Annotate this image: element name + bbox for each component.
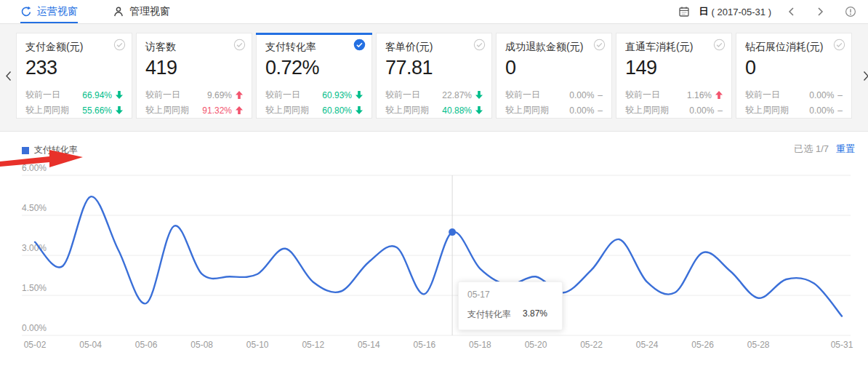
delta-label: 较前一日	[385, 89, 442, 101]
delta-label: 较前一日	[625, 89, 687, 101]
delta-row: 较前一日 66.94%	[25, 87, 123, 103]
delta-value: 60.80%	[322, 105, 352, 116]
metric-check-icon[interactable]	[713, 39, 726, 51]
metric-card-5[interactable]: 直通车消耗(元) 149 较前一日 1.16% 较上周同期 0.00% –	[616, 33, 732, 119]
delta-row: 较前一日 0.00% –	[745, 87, 843, 103]
trend-chart-panel: 6.00%4.50%3.00%1.50%0.00%05-0205-0405-06…	[0, 132, 868, 370]
metric-title: 直通车消耗(元)	[625, 41, 723, 54]
no-change-dash: –	[837, 105, 843, 116]
metric-value: 0.72%	[265, 57, 363, 79]
delta-label: 较上周同期	[385, 104, 442, 116]
delta-value: 60.93%	[322, 90, 352, 100]
svg-text:0.00%: 0.00%	[22, 323, 47, 333]
cards-scroll-left-button[interactable]	[4, 69, 12, 82]
highlight-dot	[449, 228, 456, 236]
metric-card-6[interactable]: 钻石展位消耗(元) 0 较前一日 0.00% – 较上周同期 0.00% –	[736, 33, 852, 119]
delta-row: 较上周同期 91.32%	[145, 103, 243, 118]
svg-text:05-10: 05-10	[246, 340, 269, 350]
tab-operations-label: 运营视窗	[37, 5, 78, 18]
selection-summary: 已选 1/7重置	[794, 143, 855, 156]
date-next-button[interactable]	[811, 7, 831, 17]
metric-check-icon[interactable]	[353, 39, 366, 51]
delta-value: 9.69%	[207, 90, 232, 100]
delta-label: 较前一日	[745, 89, 809, 101]
delta-value: 0.00%	[689, 105, 714, 116]
delta-value: 22.87%	[442, 90, 472, 100]
delta-label: 较上周同期	[505, 104, 569, 116]
nav-right: 日 ( 2017-05-31 )	[678, 0, 856, 23]
no-change-dash: –	[718, 105, 723, 116]
metric-card-0[interactable]: 支付金额(元) 233 较前一日 66.94% 较上周同期 55.66%	[16, 33, 132, 119]
metric-deltas: 较前一日 0.00% – 较上周同期 0.00% –	[505, 87, 603, 118]
tab-operations-view[interactable]: 运营视窗	[20, 0, 78, 23]
delta-row: 较上周同期 40.88%	[385, 103, 483, 118]
up-arrow-icon	[236, 106, 243, 114]
metric-title: 客单价(元)	[385, 41, 483, 54]
delta-row: 较上周同期 55.66%	[25, 103, 123, 118]
chart-tooltip: 05-17 支付转化率 3.87%	[458, 282, 563, 330]
delta-row: 较上周同期 0.00% –	[745, 103, 843, 118]
delta-value: 0.00%	[809, 105, 834, 116]
date-granularity: 日	[699, 5, 709, 18]
metric-cards: 支付金额(元) 233 较前一日 66.94% 较上周同期 55.66% 访客数…	[16, 33, 852, 119]
conversion-line	[35, 196, 842, 316]
down-arrow-icon	[355, 91, 363, 99]
red-arrow-annotation	[0, 146, 87, 175]
delta-value: 91.32%	[202, 105, 232, 116]
delta-label: 较前一日	[25, 89, 82, 101]
calendar-icon[interactable]	[678, 6, 690, 17]
metric-title: 访客数	[145, 41, 243, 54]
cards-scroll-right-button[interactable]	[861, 69, 868, 82]
svg-text:05-06: 05-06	[135, 340, 158, 350]
down-arrow-icon	[116, 106, 123, 114]
date-prev-button[interactable]	[781, 7, 801, 17]
conversion-trend-chart[interactable]: 6.00%4.50%3.00%1.50%0.00%05-0205-0405-06…	[0, 132, 868, 370]
delta-row: 较前一日 60.93%	[265, 87, 363, 103]
delta-label: 较前一日	[265, 89, 322, 101]
metric-deltas: 较前一日 1.16% 较上周同期 0.00% –	[625, 87, 723, 118]
metric-deltas: 较前一日 22.87% 较上周同期 40.88%	[385, 87, 483, 118]
down-arrow-icon	[475, 106, 483, 114]
metric-card-3[interactable]: 客单价(元) 77.81 较前一日 22.87% 较上周同期 40.88%	[376, 33, 492, 119]
svg-text:05-16: 05-16	[414, 340, 436, 350]
delta-row: 较前一日 1.16%	[625, 87, 723, 103]
metric-card-2[interactable]: 支付转化率 0.72% 较前一日 60.93% 较上周同期 60.80%	[256, 33, 372, 119]
metric-title: 支付转化率	[265, 41, 363, 54]
svg-text:05-26: 05-26	[691, 340, 714, 350]
metric-check-icon[interactable]	[833, 39, 845, 51]
y-axis-labels: 6.00%4.50%3.00%1.50%0.00%	[22, 163, 47, 333]
svg-text:05-28: 05-28	[747, 340, 770, 350]
date-picker[interactable]: 日 ( 2017-05-31 )	[699, 5, 771, 18]
delta-label: 较前一日	[505, 89, 569, 101]
svg-text:05-08: 05-08	[190, 340, 213, 350]
metric-check-icon[interactable]	[473, 39, 486, 51]
metric-deltas: 较前一日 60.93% 较上周同期 60.80%	[265, 87, 363, 118]
no-change-dash: –	[598, 90, 603, 100]
metric-check-icon[interactable]	[593, 39, 606, 51]
delta-value: 0.00%	[809, 90, 834, 100]
tooltip-series-label: 支付转化率	[467, 308, 511, 321]
tab-management-label: 管理视窗	[129, 5, 170, 18]
metric-value: 233	[25, 57, 123, 79]
delta-label: 较上周同期	[265, 104, 322, 116]
metric-card-4[interactable]: 成功退款金额(元) 0 较前一日 0.00% – 较上周同期 0.00% –	[496, 33, 612, 119]
top-nav: 运营视窗 管理视窗 日 ( 2017-05-31	[0, 0, 868, 24]
metric-check-icon[interactable]	[233, 39, 246, 51]
info-icon[interactable]	[845, 6, 856, 17]
svg-text:05-04: 05-04	[79, 340, 102, 350]
chart-gridlines	[22, 175, 851, 335]
date-range: ( 2017-05-31 )	[712, 7, 771, 17]
metric-cards-strip: 支付金额(元) 233 较前一日 66.94% 较上周同期 55.66% 访客数…	[0, 24, 868, 132]
down-arrow-icon	[475, 91, 483, 99]
metric-check-icon[interactable]	[113, 39, 126, 51]
metric-value: 77.81	[385, 57, 483, 79]
svg-text:05-31: 05-31	[831, 340, 853, 350]
tab-management-view[interactable]: 管理视窗	[113, 0, 170, 23]
reset-link[interactable]: 重置	[836, 143, 855, 154]
up-arrow-icon	[236, 91, 243, 99]
metric-title: 支付金额(元)	[25, 41, 123, 54]
no-change-dash: –	[598, 105, 603, 116]
svg-text:05-18: 05-18	[469, 340, 491, 350]
metric-card-1[interactable]: 访客数 419 较前一日 9.69% 较上周同期 91.32%	[136, 33, 252, 119]
delta-value: 1.16%	[687, 90, 712, 100]
